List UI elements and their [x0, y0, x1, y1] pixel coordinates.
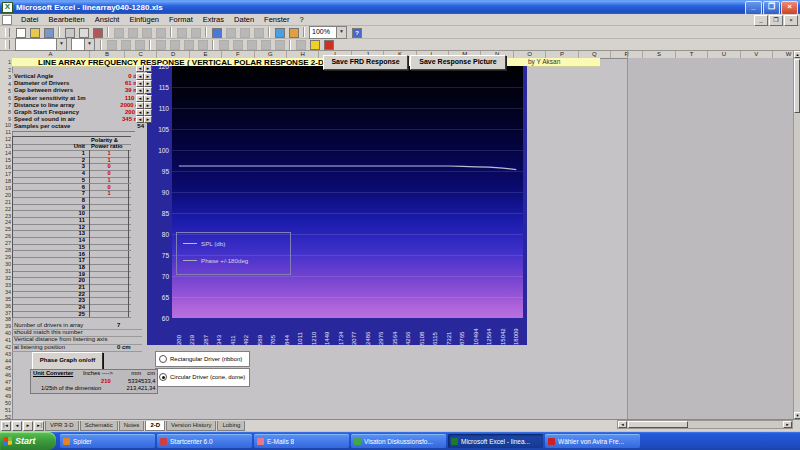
- spinner-right-icon[interactable]: ►: [144, 65, 152, 72]
- row-header-43[interactable]: 43: [0, 351, 11, 358]
- row-header-36[interactable]: 36: [0, 303, 11, 310]
- column-header-T[interactable]: T: [676, 51, 708, 58]
- row-header-32[interactable]: 32: [0, 275, 11, 282]
- row-header-14[interactable]: 14: [0, 150, 11, 157]
- spinner-right-icon[interactable]: ►: [144, 102, 152, 109]
- row-header-5[interactable]: 5: [0, 88, 11, 95]
- drawing-icon[interactable]: [287, 27, 299, 38]
- row-header-42[interactable]: 42: [0, 344, 11, 351]
- driver-polarity-value[interactable]: [89, 264, 129, 271]
- row-header-23[interactable]: 23: [0, 213, 11, 220]
- driver-polarity-value[interactable]: [89, 251, 129, 258]
- tab-scroll-prev-icon[interactable]: ◄: [12, 421, 22, 431]
- spinner-left-icon[interactable]: ◄: [136, 65, 144, 72]
- row-header-13[interactable]: 13: [0, 143, 11, 150]
- menu-bearbeiten[interactable]: Bearbeiten: [44, 15, 90, 24]
- print-icon[interactable]: [63, 27, 75, 38]
- row-header-35[interactable]: 35: [0, 296, 11, 303]
- sheet-tab-schematic[interactable]: Schematic: [80, 421, 118, 431]
- spinner-right-icon[interactable]: ►: [144, 95, 152, 102]
- vscroll-thumb[interactable]: [794, 59, 800, 113]
- workbook-close-button[interactable]: ×: [784, 15, 798, 26]
- row-header-31[interactable]: 31: [0, 268, 11, 275]
- menu-?[interactable]: ?: [295, 15, 309, 24]
- taskbar-button-visaton-diskussionsfo[interactable]: Visaton Diskussionsfo...: [351, 434, 446, 448]
- row-header-1[interactable]: 1: [0, 58, 11, 67]
- scroll-up-icon[interactable]: ▲: [794, 51, 800, 58]
- driver-polarity-value[interactable]: [89, 217, 129, 224]
- driver-polarity-value[interactable]: [89, 271, 129, 278]
- row-header-34[interactable]: 34: [0, 289, 11, 296]
- driver-polarity-value[interactable]: 0: [89, 163, 129, 170]
- menu-daten[interactable]: Daten: [229, 15, 259, 24]
- open-icon[interactable]: [28, 27, 40, 38]
- tab-scroll-first-icon[interactable]: |◄: [1, 421, 11, 431]
- spinner-left-icon[interactable]: ◄: [136, 80, 144, 87]
- start-button[interactable]: Start: [0, 432, 56, 450]
- title-bar[interactable]: X Microsoft Excel - linearray040-1280.xl…: [0, 0, 800, 14]
- workbook-restore-button[interactable]: ❐: [769, 15, 783, 26]
- column-header-O[interactable]: O: [514, 51, 546, 58]
- column-header-C[interactable]: C: [125, 51, 157, 58]
- sheet-tab-2-d[interactable]: 2-D: [145, 421, 165, 431]
- row-header-21[interactable]: 21: [0, 199, 11, 206]
- row-header-28[interactable]: 28: [0, 247, 11, 254]
- spinner-right-icon[interactable]: ►: [144, 109, 152, 116]
- menu-ansicht[interactable]: Ansicht: [90, 15, 125, 24]
- driver-type-option[interactable]: Circular Driver (cone, dome): [155, 368, 250, 387]
- driver-type-option[interactable]: Rectangular Driver (ribbon): [155, 351, 250, 367]
- row-header-48[interactable]: 48: [0, 386, 11, 393]
- menu-format[interactable]: Format: [164, 15, 198, 24]
- row-header-44[interactable]: 44: [0, 358, 11, 365]
- tab-scroll-last-icon[interactable]: ►|: [34, 421, 44, 431]
- chevron-down-icon[interactable]: ▼: [84, 39, 94, 50]
- fill-color-icon[interactable]: [308, 39, 320, 50]
- row-header-6[interactable]: 6: [0, 95, 11, 102]
- font-color-icon[interactable]: [322, 39, 334, 50]
- driver-polarity-value[interactable]: [89, 230, 129, 237]
- driver-polarity-value[interactable]: [89, 291, 129, 298]
- menu-datei[interactable]: Datei: [16, 15, 44, 24]
- scroll-left-icon[interactable]: ◄: [618, 421, 627, 428]
- phase-graph-button[interactable]: Phase Graph on/off: [32, 352, 103, 370]
- row-header-7[interactable]: 7: [0, 102, 11, 109]
- chevron-down-icon[interactable]: ▼: [56, 39, 66, 50]
- row-header-16[interactable]: 16: [0, 164, 11, 171]
- driver-polarity-value[interactable]: [89, 277, 129, 284]
- driver-polarity-value[interactable]: [89, 204, 129, 211]
- row-header-10[interactable]: 10: [0, 122, 11, 129]
- spinner-left-icon[interactable]: ◄: [136, 95, 144, 102]
- help-icon[interactable]: ?: [350, 27, 362, 38]
- spelling-icon[interactable]: [91, 27, 103, 38]
- driver-polarity-value[interactable]: [89, 244, 129, 251]
- driver-polarity-value[interactable]: 1: [89, 157, 129, 164]
- driver-polarity-value[interactable]: 1: [89, 150, 129, 157]
- row-header-15[interactable]: 15: [0, 157, 11, 164]
- row-header-24[interactable]: 24: [0, 219, 11, 226]
- minimize-button[interactable]: _: [745, 1, 762, 15]
- driver-polarity-value[interactable]: [89, 304, 129, 311]
- row-header-2[interactable]: 2: [0, 67, 11, 74]
- driver-polarity-value[interactable]: 1: [89, 190, 129, 197]
- save-icon[interactable]: [42, 27, 54, 38]
- parameter-spinner[interactable]: ◄►: [136, 95, 152, 102]
- driver-polarity-value[interactable]: [89, 257, 129, 264]
- parameter-spinner[interactable]: ◄►: [136, 116, 152, 123]
- parameter-spinner[interactable]: ◄►: [136, 80, 152, 87]
- taskbar-button-spider[interactable]: Spider: [60, 434, 155, 448]
- inches-value[interactable]: 210: [101, 378, 111, 386]
- workbook-minimize-button[interactable]: _: [754, 15, 768, 26]
- menu-extras[interactable]: Extras: [198, 15, 229, 24]
- sheet-tab-notes[interactable]: Notes: [119, 421, 145, 431]
- parameter-spinner[interactable]: ◄►: [136, 73, 152, 80]
- row-header-25[interactable]: 25: [0, 226, 11, 233]
- parameter-spinner[interactable]: ◄►: [136, 102, 152, 109]
- row-header-41[interactable]: 41: [0, 337, 11, 344]
- spinner-left-icon[interactable]: ◄: [136, 116, 144, 123]
- taskbar-button-microsoft-excel-linea[interactable]: Microsoft Excel - linea...: [448, 434, 543, 448]
- row-header-29[interactable]: 29: [0, 254, 11, 261]
- row-header-11[interactable]: 11: [0, 129, 11, 136]
- vertical-scrollbar[interactable]: ▲ ▼: [793, 51, 800, 419]
- parameter-spinner[interactable]: ◄►: [136, 109, 152, 116]
- row-header-19[interactable]: 19: [0, 185, 11, 192]
